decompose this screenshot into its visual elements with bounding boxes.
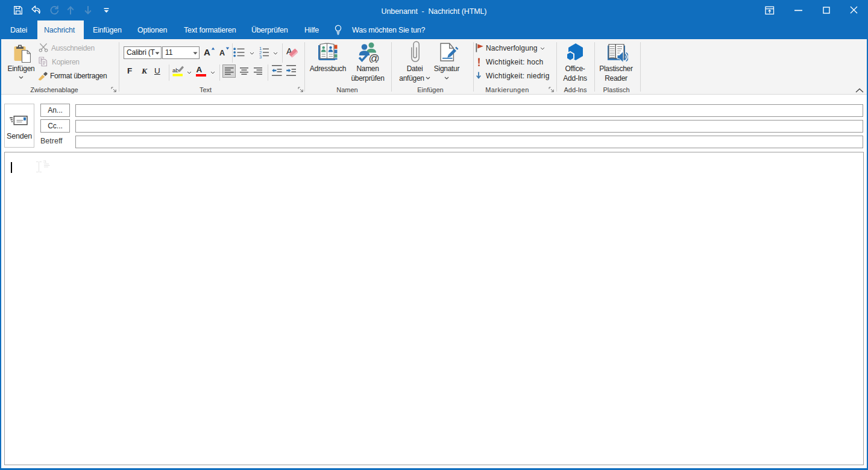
svg-text:3: 3 — [259, 54, 262, 59]
svg-text:@: @ — [369, 52, 380, 63]
